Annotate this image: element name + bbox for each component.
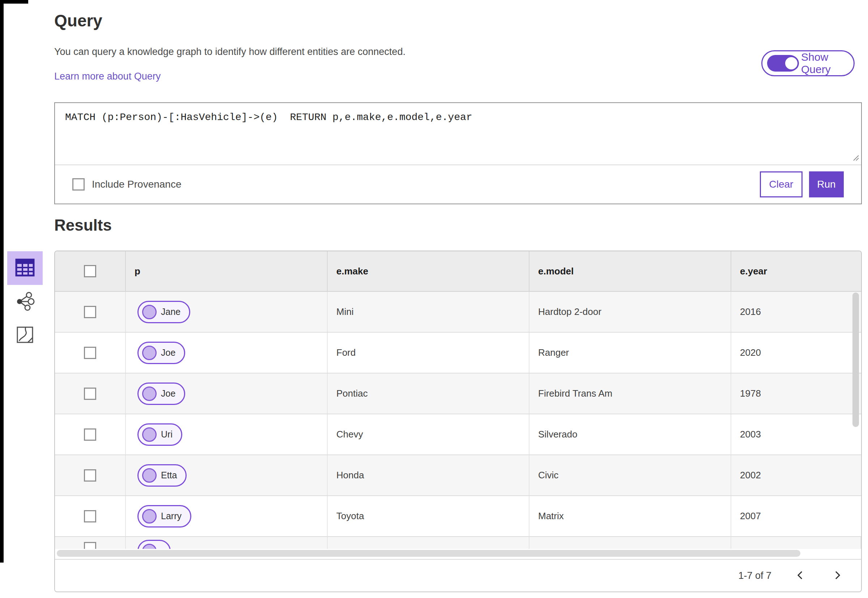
window-edge-left	[0, 0, 4, 562]
results-view-switcher	[7, 251, 43, 352]
row-select-cell	[55, 496, 126, 536]
table-view-button[interactable]	[7, 251, 43, 285]
table-row-partial	[55, 537, 861, 549]
query-toolbar: Include Provenance Clear Run	[55, 165, 861, 203]
cell-make: Chevy	[328, 414, 530, 454]
table-row[interactable]: Joe Pontiac Firebird Trans Am 1978	[55, 374, 861, 414]
previous-page-button[interactable]	[792, 568, 808, 583]
cell-model: Hardtop 2-door	[530, 292, 731, 332]
vertical-scrollbar-thumb[interactable]	[853, 293, 859, 427]
person-chip-label: Joe	[161, 347, 175, 358]
person-node-icon	[142, 428, 157, 442]
cell-model: Matrix	[530, 496, 731, 536]
header-cell-p[interactable]: p	[126, 251, 328, 291]
table-footer: 1-7 of 7	[55, 559, 861, 592]
learn-more-link[interactable]: Learn more about Query	[54, 71, 160, 82]
table-row[interactable]: Jane Mini Hardtop 2-door 2016	[55, 292, 861, 333]
include-provenance-checkbox[interactable]	[72, 178, 85, 191]
cell-year: 2002	[731, 455, 861, 495]
person-node-icon	[142, 345, 157, 360]
person-chip[interactable]	[138, 540, 171, 549]
table-row[interactable]: Joe Ford Ranger 2020	[55, 333, 861, 374]
cell-p: Etta	[126, 455, 328, 495]
header-cell-year[interactable]: e.year	[731, 251, 861, 291]
query-editor-panel: MATCH (p:Person)-[:HasVehicle]->(e) RETU…	[54, 102, 862, 204]
clear-button[interactable]: Clear	[760, 171, 802, 197]
person-chip[interactable]: Uri	[138, 423, 182, 446]
row-checkbox[interactable]	[84, 347, 96, 359]
person-chip[interactable]: Joe	[138, 342, 185, 364]
chevron-right-icon	[832, 570, 842, 582]
table-body: Jane Mini Hardtop 2-door 2016 Joe Ford R…	[55, 292, 861, 537]
cell-p: Jane	[126, 292, 328, 332]
person-chip[interactable]: Larry	[138, 505, 191, 528]
person-node-icon	[142, 544, 157, 549]
person-chip-label: Joe	[161, 388, 175, 399]
cell-make: Ford	[328, 333, 530, 373]
table-view-icon	[15, 258, 35, 278]
cell-model: Silverado	[530, 414, 731, 454]
person-chip-label: Jane	[161, 306, 181, 317]
row-checkbox[interactable]	[84, 428, 96, 441]
query-description: You can query a knowledge graph to ident…	[54, 46, 406, 57]
person-chip-label: Etta	[161, 470, 177, 480]
person-node-icon	[142, 468, 157, 483]
row-checkbox[interactable]	[84, 510, 96, 522]
results-title: Results	[54, 216, 112, 234]
table-row[interactable]: Uri Chevy Silverado 2003	[55, 414, 861, 455]
show-query-toggle[interactable]: Show Query	[761, 50, 855, 76]
table-header-row: p e.make e.model e.year	[55, 251, 861, 292]
cell-year: 2003	[731, 414, 861, 454]
person-node-icon	[142, 305, 157, 319]
run-button[interactable]: Run	[809, 171, 844, 197]
row-select-cell	[55, 374, 126, 414]
query-input[interactable]: MATCH (p:Person)-[:HasVehicle]->(e) RETU…	[55, 103, 861, 165]
toggle-switch[interactable]	[767, 55, 798, 72]
cell-model: Civic	[530, 455, 731, 495]
link-chart-view-button[interactable]	[7, 285, 43, 318]
person-chip[interactable]: Jane	[138, 301, 190, 323]
cell-year: 2007	[731, 496, 861, 536]
show-query-label: Show Query	[801, 51, 853, 76]
cell-make: Mini	[328, 292, 530, 332]
include-provenance-option[interactable]: Include Provenance	[72, 178, 181, 191]
cell-p: Joe	[126, 333, 328, 373]
header-cell-make[interactable]: e.make	[328, 251, 530, 291]
cell-year: 2016	[731, 292, 861, 332]
toggle-knob	[784, 56, 799, 71]
person-chip[interactable]: Etta	[138, 464, 187, 487]
row-checkbox[interactable]	[84, 306, 96, 318]
row-checkbox[interactable]	[84, 542, 96, 549]
person-chip[interactable]: Joe	[138, 383, 185, 405]
cell-year: 2020	[731, 333, 861, 373]
person-chip-label: Uri	[161, 429, 172, 440]
link-chart-view-icon	[15, 292, 35, 312]
row-checkbox[interactable]	[84, 387, 96, 400]
row-select-cell	[55, 455, 126, 495]
select-all-checkbox[interactable]	[84, 265, 96, 277]
next-page-button[interactable]	[829, 568, 845, 583]
table-row[interactable]: Etta Honda Civic 2002	[55, 455, 861, 496]
cell-model: Firebird Trans Am	[530, 374, 731, 414]
row-checkbox[interactable]	[84, 469, 96, 481]
map-view-button[interactable]	[7, 318, 43, 352]
window-edge-top	[0, 0, 28, 4]
cell-p: Joe	[126, 374, 328, 414]
person-chip-label: Larry	[161, 511, 181, 521]
table-row[interactable]: Larry Toyota Matrix 2007	[55, 496, 861, 537]
horizontal-scrollbar	[55, 549, 861, 559]
page-title: Query	[54, 11, 102, 30]
cell-year: 1978	[731, 374, 861, 414]
person-node-icon	[142, 509, 157, 523]
horizontal-scrollbar-thumb[interactable]	[57, 550, 801, 557]
row-select-cell	[55, 292, 126, 332]
pagination-label: 1-7 of 7	[738, 570, 771, 582]
resize-handle-icon[interactable]	[852, 153, 859, 163]
include-provenance-label: Include Provenance	[92, 179, 181, 190]
person-node-icon	[142, 387, 157, 401]
header-cell-model[interactable]: e.model	[530, 251, 731, 291]
results-table: p e.make e.model e.year Jane Mini Hardto…	[54, 251, 862, 592]
chevron-left-icon	[795, 570, 805, 582]
cell-make: Pontiac	[328, 374, 530, 414]
header-select-cell	[55, 251, 126, 291]
